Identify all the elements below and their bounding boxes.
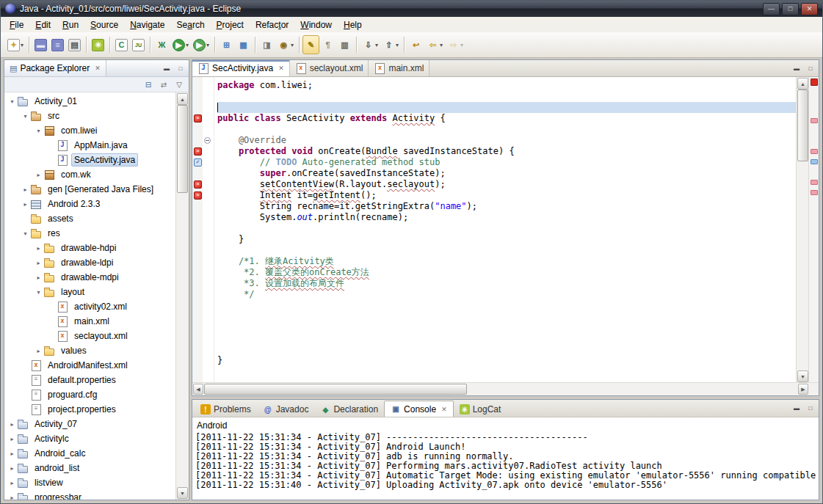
- menu-source[interactable]: Source: [84, 18, 124, 32]
- toggle-mark-occurrences-button[interactable]: ✎: [302, 35, 319, 54]
- editor-tab-seclayout-xml[interactable]: seclayout.xml: [290, 60, 369, 76]
- overview-error-indicator[interactable]: [811, 78, 818, 86]
- link-with-editor-button[interactable]: ⇄: [157, 78, 170, 90]
- code-line[interactable]: [217, 344, 796, 355]
- save-button[interactable]: ▬: [32, 35, 49, 54]
- maximize-editor-button[interactable]: □: [805, 63, 816, 73]
- code-line[interactable]: public class SecActivity extends Activit…: [217, 113, 796, 124]
- search-button[interactable]: ◉▾: [275, 35, 296, 54]
- tree-item-androidmanifest-xml[interactable]: AndroidManifest.xml: [4, 358, 176, 373]
- back-button[interactable]: ⇦▾: [424, 35, 445, 54]
- tree-twistie[interactable]: ▾: [7, 98, 17, 105]
- tree-item-activity-01[interactable]: ▾Activity_01: [4, 94, 176, 109]
- tree-item-activity-07[interactable]: ▸Activity_07: [4, 417, 176, 431]
- code-line[interactable]: System.out.println(recname);: [217, 212, 796, 223]
- close-window-button[interactable]: ✕: [801, 3, 818, 15]
- minimize-editor-button[interactable]: ▬: [791, 63, 802, 73]
- tree-twistie[interactable]: ▸: [7, 494, 17, 500]
- editor-horizontal-scrollbar[interactable]: ◀ ▶: [192, 382, 819, 395]
- code-line[interactable]: *2. 覆盖父类的onCreate方法: [217, 267, 796, 278]
- code-line[interactable]: [217, 300, 796, 311]
- overview-error-marker[interactable]: [811, 180, 818, 185]
- code-line[interactable]: super.onCreate(savedInstanceState);: [217, 168, 796, 179]
- next-annotation-dropdown[interactable]: ▾: [375, 42, 378, 48]
- external-tools-dropdown[interactable]: ▾: [206, 42, 209, 48]
- code-line[interactable]: }: [217, 234, 796, 245]
- fold-collapse-icon[interactable]: [204, 137, 211, 144]
- previous-annotation-dropdown[interactable]: ▾: [396, 42, 399, 48]
- console-tab-declaration[interactable]: ◈Declaration: [314, 402, 384, 417]
- menu-help[interactable]: Help: [338, 18, 368, 32]
- tree-item-com-liwei[interactable]: ▾com.liwei: [4, 123, 176, 138]
- title-bar[interactable]: Java - Activity_01/src/com/liwei/SecActi…: [1, 1, 822, 17]
- tree-twistie[interactable]: ▾: [21, 113, 30, 120]
- tree-item-seclayout-xml[interactable]: seclayout.xml: [4, 329, 176, 343]
- tree-twistie[interactable]: ▸: [34, 172, 43, 178]
- minimize-console-button[interactable]: ▬: [791, 403, 802, 414]
- minimize-view-button[interactable]: ▬: [161, 63, 173, 73]
- save-all-button[interactable]: ≡: [49, 35, 66, 54]
- tree-twistie[interactable]: ▸: [7, 421, 17, 428]
- overview-task-marker[interactable]: [811, 159, 818, 164]
- tree-twistie[interactable]: ▾: [34, 289, 43, 296]
- tree-item-com-wk[interactable]: ▸com.wk: [4, 167, 176, 182]
- tree-item-main-xml[interactable]: main.xml: [4, 314, 176, 329]
- tree-item-appmain-java[interactable]: AppMain.java: [4, 138, 176, 153]
- tree-item-activitylc[interactable]: ▸Activitylc: [4, 431, 176, 446]
- menu-window[interactable]: Window: [294, 18, 338, 32]
- close-tab-icon[interactable]: ✕: [441, 406, 447, 413]
- tree-twistie[interactable]: ▸: [34, 348, 43, 354]
- menu-search[interactable]: Search: [171, 18, 211, 32]
- console-tab-logcat[interactable]: ✳LogCat: [454, 402, 507, 417]
- error-marker[interactable]: [194, 180, 202, 189]
- package-explorer-tab[interactable]: ▤ Package Explorer ✕: [4, 60, 106, 76]
- tree-item-values[interactable]: ▸values: [4, 343, 176, 358]
- tree-item-default-properties[interactable]: default.properties: [4, 373, 176, 387]
- console-tab-javadoc[interactable]: @Javadoc: [257, 402, 315, 417]
- tree-twistie[interactable]: ▸: [7, 450, 17, 457]
- tree-twistie[interactable]: ▸: [34, 245, 43, 252]
- tree-twistie[interactable]: ▸: [21, 186, 30, 193]
- tree-item-secactivity-java[interactable]: SecActivity.java: [4, 153, 176, 167]
- tree-twistie[interactable]: ▸: [34, 274, 43, 281]
- tree-item-proguard-cfg[interactable]: proguard.cfg: [4, 387, 176, 402]
- code-line[interactable]: [217, 322, 796, 333]
- close-tab-icon[interactable]: ✕: [278, 65, 284, 72]
- tree-item-activity02-xml[interactable]: activity02.xml: [4, 299, 176, 314]
- code-line[interactable]: [217, 333, 796, 344]
- code-line[interactable]: package com.liwei;: [217, 80, 796, 91]
- code-line[interactable]: [217, 311, 796, 322]
- show-whitespace-button[interactable]: ¶: [319, 35, 336, 54]
- overview-error-marker[interactable]: [811, 190, 818, 195]
- error-marker[interactable]: [194, 191, 202, 200]
- block-selection-button[interactable]: ▥: [336, 35, 353, 54]
- last-edit-location-button[interactable]: ↩: [407, 35, 424, 54]
- next-annotation-button[interactable]: ⇩▾: [360, 35, 380, 54]
- minimize-window-button[interactable]: —: [763, 3, 780, 15]
- console-content[interactable]: Android [2011-11-22 15:31:34 - Activity_…: [192, 417, 819, 500]
- editor-scroll-down-button[interactable]: ▼: [797, 370, 808, 382]
- open-type-button[interactable]: ◨: [258, 35, 275, 54]
- tree-twistie[interactable]: ▸: [7, 480, 17, 486]
- scroll-up-button[interactable]: ▲: [177, 93, 188, 105]
- task-marker[interactable]: [194, 158, 202, 167]
- annotation-ruler[interactable]: [192, 77, 203, 383]
- tree-twistie[interactable]: ▾: [34, 128, 43, 134]
- editor-scroll-up-button[interactable]: ▲: [797, 78, 808, 90]
- menu-navigate[interactable]: Navigate: [124, 18, 170, 32]
- search-dropdown[interactable]: ▾: [291, 42, 294, 48]
- tree-item-android-calc[interactable]: ▸Android_calc: [4, 446, 176, 461]
- overview-error-marker[interactable]: [811, 149, 818, 154]
- editor-scroll-right-button[interactable]: ▶: [798, 384, 808, 395]
- external-tools-button[interactable]: ▶▾: [191, 35, 211, 54]
- tree-twistie[interactable]: ▸: [34, 260, 43, 266]
- tree-item-drawable-ldpi[interactable]: ▸drawable-ldpi: [4, 255, 176, 270]
- tree-item-gen-generated-java-files[interactable]: ▸gen [Generated Java Files]: [4, 182, 176, 197]
- menu-refactor[interactable]: Refactor: [250, 18, 294, 32]
- tree-item-android-2-3-3[interactable]: ▸Android 2.3.3: [4, 197, 176, 211]
- maximize-window-button[interactable]: □: [782, 3, 799, 15]
- maximize-console-button[interactable]: □: [805, 403, 816, 414]
- code-area[interactable]: package com.liwei;public class SecActivi…: [214, 77, 796, 383]
- editor-scrollbar-thumb[interactable]: [797, 90, 808, 161]
- new-junit-test-button[interactable]: JU: [130, 35, 147, 54]
